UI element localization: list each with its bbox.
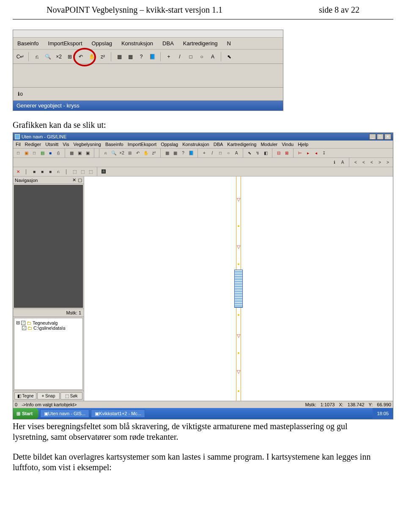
tb-undo-icon[interactable]: ↶	[134, 150, 141, 157]
tb-btn36-icon[interactable]: ⊠	[283, 150, 290, 157]
tb2-prev3-icon[interactable]: <	[352, 159, 359, 166]
menu-vis[interactable]: Vis	[63, 142, 69, 147]
tb-btn7-icon[interactable]: ▦	[68, 150, 75, 157]
tb2-info-icon[interactable]: ℹ	[331, 159, 338, 166]
checkbox-icon[interactable]: ✓	[22, 326, 26, 330]
menu-oppslag[interactable]: Oppslag	[92, 40, 112, 47]
menu-konstruksjon[interactable]: Konstruksjon	[182, 142, 209, 147]
layer-tree[interactable]: ⊟ ✓ 🗀 Tegneutvalg ✓ 🗀 C:\gsline\data\s	[14, 318, 83, 390]
menu-vegbelysning[interactable]: Vegbelysning	[73, 142, 101, 147]
menu-baseinfo[interactable]: Baseinfo	[17, 40, 39, 47]
tb-line-icon[interactable]: /	[209, 150, 216, 157]
tb-btn41-icon[interactable]: ↧	[321, 150, 327, 157]
tool-undo-icon[interactable]: ↶	[76, 52, 85, 61]
tool-book-icon[interactable]: 📘	[148, 52, 157, 61]
tb-btn40-icon[interactable]: ◂	[313, 150, 319, 157]
start-button[interactable]: ⊞ Start	[13, 408, 38, 419]
tb-btn33-icon[interactable]: ◧	[262, 150, 269, 157]
tb-cursor-icon[interactable]: ⬉	[246, 150, 253, 157]
drawing-canvas[interactable]	[84, 176, 393, 401]
tool-text-icon[interactable]: A	[208, 52, 217, 61]
tb-btn5-icon[interactable]: ■	[47, 150, 54, 157]
tool-plus-icon[interactable]: +	[164, 52, 173, 61]
tree-child[interactable]: ✓ 🗀 C:\gsline\data\s	[22, 325, 81, 331]
tool-help-icon[interactable]: ?	[137, 52, 146, 61]
tool-layers-icon[interactable]: ⎌	[32, 52, 41, 61]
taskbar-item-word[interactable]: ▣ Kvikkstart1+2 - Mc...	[91, 409, 145, 418]
tool-x2-icon[interactable]: ×2	[54, 52, 63, 61]
menu-utsnitt[interactable]: Utsnitt	[45, 142, 58, 147]
tb-btn38-icon[interactable]: ⊢	[296, 150, 303, 157]
tb-grid2-icon[interactable]: ▦	[172, 150, 178, 157]
tool-cursor-icon[interactable]: ⬉	[225, 52, 234, 61]
navigator-preview[interactable]	[14, 185, 83, 308]
tb-open-icon[interactable]: ▣	[23, 150, 30, 157]
tb-rect-icon[interactable]: □	[217, 150, 224, 157]
tb-x2-icon[interactable]: ×2	[118, 150, 125, 157]
tree-root[interactable]: ⊟ ✓ 🗀 Tegneutvalg	[16, 320, 81, 325]
taskbar-item-gis[interactable]: ▣ Uten navn - GIS...	[40, 409, 89, 418]
checkbox-icon[interactable]: ✓	[21, 321, 25, 325]
tool-grid2-icon[interactable]: ▦	[126, 52, 135, 61]
lt-btn4-icon[interactable]: ■	[47, 168, 54, 175]
tool-rect-icon[interactable]: □	[186, 52, 195, 61]
navigator-close-icon[interactable]: ✕	[72, 177, 76, 183]
tb-help-icon[interactable]: ?	[180, 150, 187, 157]
menu-fil[interactable]: Fil	[16, 142, 21, 147]
lt-btn5-icon[interactable]: ⎌	[55, 168, 62, 175]
taskbar-clock[interactable]: 18:05	[373, 408, 393, 419]
info-icon[interactable]: ℹo	[16, 89, 25, 99]
tb2-a-icon[interactable]: A	[339, 159, 346, 166]
tool-z2-icon[interactable]: z²	[98, 52, 107, 61]
menu-kartredigering[interactable]: Kartredigering	[183, 40, 218, 47]
lt-btn7-icon[interactable]: ⬚	[71, 168, 78, 175]
tb2-next2-icon[interactable]: >	[384, 159, 391, 166]
tb2-prev2-icon[interactable]: <	[360, 159, 367, 166]
tb-btn4-icon[interactable]: ▤	[39, 150, 46, 157]
lt-btn3-icon[interactable]: ■	[39, 168, 46, 175]
tool-extents-icon[interactable]: ⊞	[65, 52, 74, 61]
tool-line-icon[interactable]: /	[175, 52, 184, 61]
tb-plus-icon[interactable]: +	[201, 150, 208, 157]
tb-save-icon[interactable]: □	[31, 150, 38, 157]
lt-btn8-icon[interactable]: ⬚	[79, 168, 86, 175]
lt-close-icon[interactable]: ✕	[15, 168, 22, 175]
tb-book-icon[interactable]: 📘	[188, 150, 195, 157]
window-maximize-icon[interactable]: □	[377, 134, 384, 140]
menu-moduler[interactable]: Moduler	[261, 142, 277, 147]
tb-print-icon[interactable]: ⎙	[55, 150, 62, 157]
tb-btn8-icon[interactable]: ▣	[76, 150, 83, 157]
tb-grid1-icon[interactable]: ▦	[164, 150, 170, 157]
tb-btn39-icon[interactable]: ▸	[304, 150, 311, 157]
tb2-prev1-icon[interactable]: <	[368, 159, 375, 166]
tb-text-icon[interactable]: A	[233, 150, 240, 157]
tool-zoom-icon[interactable]: 🔍	[43, 52, 52, 61]
tool-circle-icon[interactable]: ○	[197, 52, 206, 61]
tb-z2-icon[interactable]: z²	[151, 150, 157, 157]
btn-sok[interactable]: ⬚ Søk	[60, 392, 82, 400]
menu-dba[interactable]: DBA	[214, 142, 223, 147]
menu-baseinfo[interactable]: Baseinfo	[105, 142, 123, 147]
lt-btn9-icon[interactable]: ⬚	[87, 168, 94, 175]
menu-importeksport[interactable]: ImportEksport	[48, 40, 82, 47]
tb-new-icon[interactable]: □	[15, 150, 22, 157]
menu-hjelp[interactable]: Hjelp	[298, 142, 308, 147]
tool-c-icon[interactable]: C↵	[16, 52, 25, 61]
tool-pan-icon[interactable]: ✋	[87, 52, 96, 61]
tb2-next1-icon[interactable]: >	[376, 159, 383, 166]
menu-truncated[interactable]: N	[227, 40, 230, 47]
tb-layers-icon[interactable]: ⎌	[102, 150, 109, 157]
btn-tegne[interactable]: ◧ Tegne	[14, 392, 36, 400]
tb-btn35-icon[interactable]: ⊟	[275, 150, 282, 157]
window-minimize-icon[interactable]: _	[369, 134, 376, 140]
menu-konstruksjon[interactable]: Konstruksjon	[121, 40, 153, 47]
tree-expand-icon[interactable]: ⊟	[16, 320, 20, 325]
tb-extents-icon[interactable]: ⊞	[126, 150, 133, 157]
menu-vindu[interactable]: Vindu	[282, 142, 294, 147]
btn-snap[interactable]: + Snap	[37, 392, 59, 400]
tool-grid1-icon[interactable]: ▦	[115, 52, 124, 61]
tb-pan-icon[interactable]: ✋	[143, 150, 149, 157]
tb-btn32-icon[interactable]: ↯	[254, 150, 261, 157]
tb-btn9-icon[interactable]: ▣	[84, 150, 91, 157]
lt-btn2-icon[interactable]: ■	[31, 168, 38, 175]
